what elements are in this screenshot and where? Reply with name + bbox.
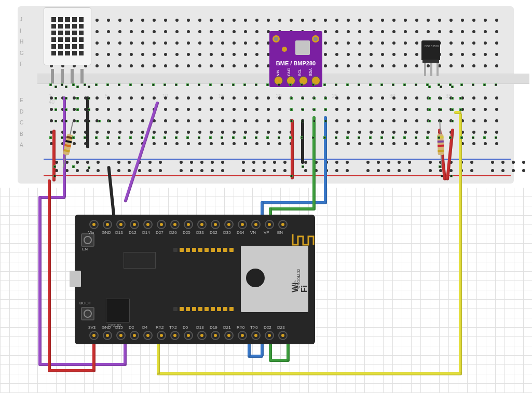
- wire-bme-scl-h: [269, 207, 316, 210]
- antenna-icon: [292, 233, 315, 247]
- wire-bme-gnd: [301, 119, 304, 164]
- wire-dht-vcc: [52, 130, 56, 181]
- bme-pin-labels: VINGND SCLSDA: [276, 72, 312, 76]
- bme-title: BME / BMP280: [269, 60, 322, 66]
- esp-pin-d2: [130, 331, 139, 340]
- wire-bme-sda-h: [261, 201, 327, 204]
- wire-bme-sda-v1: [324, 116, 327, 203]
- pad-row-top: [173, 248, 234, 252]
- row-labels-top: JI HG F: [20, 17, 24, 73]
- esp-pin-d34: [238, 220, 247, 229]
- esp-pin-en: [278, 220, 288, 229]
- esp-pin-d15: [116, 331, 126, 340]
- esp-pin-d5: [184, 331, 193, 340]
- esp-pin-d25: [184, 220, 193, 229]
- cp2102-chip: [106, 299, 130, 322]
- wire-bme-scl-v1: [312, 116, 316, 209]
- wire-esp-3v3-v: [48, 179, 51, 371]
- esp-pin-vn: [251, 220, 261, 229]
- esp-pin-d19: [211, 331, 220, 340]
- esp-top-pins: [89, 220, 288, 229]
- en-button[interactable]: [81, 233, 94, 247]
- en-label: EN: [82, 247, 88, 251]
- esp-pin-d4: [143, 331, 153, 340]
- esp-shield: Wi Fi ESP-WROOM-32: [241, 246, 308, 312]
- esp-pin-gnd: [103, 331, 112, 340]
- esp-wroom-label: ESP-WROOM-32: [293, 266, 301, 289]
- regulator-chip: [124, 252, 156, 269]
- esp-pin-d23: [278, 331, 288, 340]
- esp32-board: EN BOOT CP2102 Wi Fi ESP-WROOM-32 VinGND…: [75, 215, 315, 344]
- esp-pin-gnd: [103, 220, 112, 229]
- esp-pin-d32: [211, 220, 220, 229]
- esp-pin-d26: [170, 220, 180, 229]
- usb-port-icon: [70, 271, 81, 287]
- circuit-diagram: JI HG F ED CB A 15 1015 2025 3035 40: [0, 0, 532, 393]
- esp-pin-d33: [197, 220, 207, 229]
- esp-pin-d14: [143, 220, 153, 229]
- esp-pin-3v3: [89, 331, 99, 340]
- wire-esp-3v3-h: [48, 369, 96, 372]
- esp-pin-d22: [265, 331, 274, 340]
- esp-pin-d13: [116, 220, 126, 229]
- bme280-sensor: BME / BMP280 VINGND SCLSDA: [269, 31, 322, 87]
- esp-pin-tx0: [251, 331, 261, 340]
- esp-pin-rx0: [238, 331, 247, 340]
- wire-ds-data-h: [157, 372, 462, 375]
- esp-pin-vin: [89, 220, 99, 229]
- esp-pin-d35: [224, 220, 234, 229]
- wire-ds-data-v1: [459, 113, 462, 374]
- esp-pin-d21: [224, 331, 234, 340]
- esp-pin-vp: [265, 220, 274, 229]
- ds18b20-sensor: DS18 B20: [421, 40, 442, 77]
- esp-pin-d27: [157, 220, 166, 229]
- dht22-sensor: [44, 7, 90, 69]
- esp-pin-rx2: [157, 331, 166, 340]
- boot-button[interactable]: [81, 307, 94, 320]
- esp-pin-d12: [130, 220, 139, 229]
- boot-label: BOOT: [79, 301, 91, 305]
- wire-dht-data-v2: [38, 196, 42, 365]
- esp-pin-d18: [197, 331, 207, 340]
- wire-bme-vcc: [291, 119, 294, 179]
- esp-pin-tx2: [170, 331, 180, 340]
- pad-row-bot: [173, 307, 234, 311]
- wire-dht-data-h1: [38, 196, 65, 199]
- wire-dht-data-h2: [38, 363, 127, 366]
- esp-bot-pins: [89, 331, 288, 340]
- row-labels-bottom: ED CB A: [20, 97, 23, 153]
